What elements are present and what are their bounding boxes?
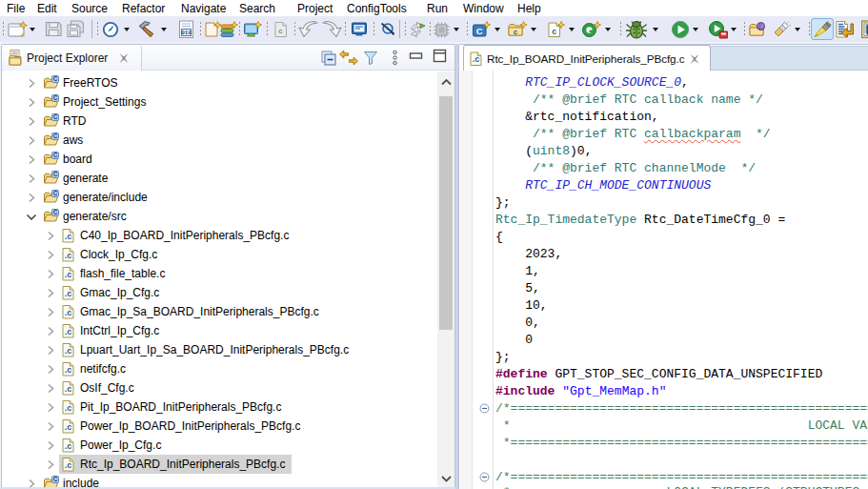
- svg-text:.c: .c: [65, 365, 72, 375]
- svg-text:C: C: [53, 476, 58, 482]
- svg-text:.c: .c: [65, 327, 72, 336]
- svg-text:C: C: [53, 190, 58, 196]
- svg-text:c: c: [278, 27, 283, 35]
- svg-text:.c: .c: [65, 251, 72, 260]
- svg-text:.c: .c: [473, 54, 480, 64]
- svg-text:C: C: [476, 26, 483, 36]
- svg-text:C: C: [53, 209, 58, 215]
- svg-text:.c: .c: [65, 346, 72, 356]
- svg-text:.c: .c: [65, 441, 72, 451]
- svg-text:C: C: [53, 171, 58, 177]
- svg-text:.c: .c: [65, 289, 72, 298]
- svg-text:.c: .c: [65, 308, 72, 317]
- svg-text:C: C: [53, 132, 58, 139]
- svg-text:.c: .c: [65, 384, 72, 394]
- svg-text:C: C: [53, 75, 58, 82]
- svg-text:010: 010: [181, 30, 192, 36]
- svg-text:C: C: [53, 152, 58, 158]
- svg-text:.c: .c: [65, 270, 72, 279]
- svg-text:c: c: [514, 28, 518, 36]
- svg-text:.c: .c: [65, 403, 72, 413]
- svg-text:C: C: [53, 94, 58, 101]
- svg-text:c: c: [552, 27, 556, 36]
- svg-text:C: C: [53, 113, 58, 120]
- svg-text:.c: .c: [65, 422, 72, 432]
- svg-text:.c: .c: [65, 460, 72, 470]
- svg-text:.c: .c: [65, 232, 72, 241]
